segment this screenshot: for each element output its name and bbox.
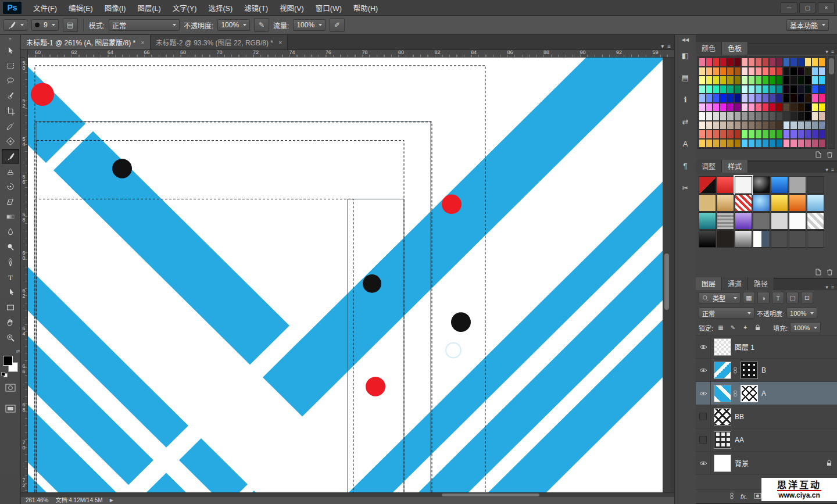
color-swatch[interactable] [734,76,741,85]
style-swatch[interactable] [753,176,770,194]
style-swatch[interactable] [789,230,806,248]
style-swatch[interactable] [753,230,770,248]
filter-pixel-layers-icon[interactable]: ▦ [743,292,755,304]
menu-文字[interactable]: 文字(Y) [167,0,203,15]
layer-blend-mode-select[interactable]: 正常 [699,308,754,319]
style-swatch[interactable] [789,194,806,212]
color-swatch[interactable] [748,103,755,112]
path-select-tool[interactable] [2,285,19,300]
layer-thumbnail[interactable] [714,338,731,356]
color-swatch[interactable] [699,58,706,67]
style-swatch[interactable] [699,230,716,248]
color-swatch[interactable] [790,103,797,112]
link-layers-button[interactable] [729,492,734,501]
style-swatch[interactable] [717,212,734,230]
color-swatch[interactable] [797,67,804,76]
color-swatch[interactable] [762,94,769,103]
style-swatch[interactable] [807,230,824,248]
workspace-switcher[interactable]: 基本功能 [786,19,829,31]
color-swatch[interactable] [748,67,755,76]
color-swatch[interactable] [811,103,818,112]
style-swatch[interactable] [753,194,770,212]
color-swatch[interactable] [755,130,762,139]
color-swatch[interactable] [734,121,741,130]
color-swatch[interactable] [776,112,783,121]
default-colors-icon[interactable] [1,372,8,377]
color-swatch[interactable] [741,103,748,112]
color-swatch[interactable] [706,130,713,139]
color-swatch[interactable] [734,94,741,103]
color-swatch[interactable] [811,94,818,103]
color-swatch[interactable] [762,58,769,67]
filter-adjustment-layers-icon[interactable]: ◑ [757,292,770,304]
color-swatch[interactable] [706,139,713,148]
color-swatch[interactable] [783,139,790,148]
color-swatch[interactable] [699,121,706,130]
color-swatch[interactable] [769,94,776,103]
tab-swatches[interactable]: 色板 [722,42,748,55]
style-swatch[interactable] [699,194,716,212]
color-swatch[interactable] [727,67,734,76]
layer-style-button[interactable]: fx. [741,493,747,500]
color-swatch[interactable] [818,67,825,76]
color-swatch[interactable] [804,67,811,76]
new-style-button[interactable] [815,269,821,277]
zoom-level[interactable]: 261.46% [26,497,48,504]
color-swatch[interactable] [818,58,825,67]
style-swatch[interactable] [771,194,788,212]
color-swatch[interactable] [734,85,741,94]
ruler-origin-corner[interactable] [21,50,28,58]
delete-style-button[interactable] [827,269,833,277]
color-swatch[interactable] [769,58,776,67]
color-swatch[interactable] [811,85,818,94]
color-swatch[interactable] [804,112,811,121]
menu-窗口[interactable]: 窗口(W) [310,0,348,15]
menu-图层[interactable]: 图层(L) [131,0,166,15]
color-swatch[interactable] [699,67,706,76]
layer-row[interactable]: 背景 [696,452,837,475]
color-swatch[interactable] [804,130,811,139]
layer-opacity-select[interactable]: 100% [786,308,817,319]
status-menu-icon[interactable]: ▶ [110,497,113,504]
color-swatch[interactable] [741,112,748,121]
layer-filter-select[interactable]: 类型 [699,292,741,303]
color-swatch[interactable] [762,112,769,121]
style-swatch[interactable] [717,230,734,248]
tab-channels[interactable]: 通道 [722,277,748,290]
layer-visibility-toggle[interactable] [696,428,711,451]
color-swatch-widget[interactable]: ⇄ [2,355,19,373]
swap-colors-icon[interactable]: ⇄ [16,349,20,354]
vertical-ruler[interactable]: 505254565860626466687072 [21,58,28,492]
close-button[interactable]: × [818,2,835,13]
color-swatch[interactable] [734,58,741,67]
color-swatch[interactable] [748,139,755,148]
color-swatch[interactable] [811,130,818,139]
horizontal-ruler[interactable]: 606264666870727476788082848688909259 [28,50,674,58]
tabbar-menu-icon[interactable]: ▾≡ [661,43,671,49]
menu-帮助[interactable]: 帮助(H) [348,0,384,15]
toolbar-collapse-icon[interactable]: » [9,36,11,42]
layer-visibility-toggle[interactable] [696,359,711,381]
document-tab-2[interactable]: 未标题-2 @ 93.3% (图层 22, RGB/8) * × [151,35,288,49]
canvas[interactable] [28,58,663,492]
color-swatch[interactable] [811,121,818,130]
color-swatch[interactable] [720,94,727,103]
horizontal-scroll-thumb[interactable] [442,494,539,496]
layer-row[interactable]: 图层 1 [696,335,837,359]
tab-layers[interactable]: 图层 [696,277,722,290]
color-swatch[interactable] [769,103,776,112]
style-swatch[interactable] [717,194,734,212]
color-swatch[interactable] [727,85,734,94]
brush-size-picker[interactable]: 9 [31,19,59,31]
color-swatch[interactable] [734,130,741,139]
color-swatch[interactable] [762,103,769,112]
color-swatch[interactable] [790,121,797,130]
color-swatch[interactable] [713,94,720,103]
dodge-tool[interactable] [2,240,19,255]
menu-视图[interactable]: 视图(V) [274,0,310,15]
color-swatch[interactable] [713,76,720,85]
color-swatch[interactable] [713,85,720,94]
color-swatch[interactable] [713,112,720,121]
color-swatch[interactable] [727,139,734,148]
character-panel-icon[interactable]: A [677,137,693,151]
